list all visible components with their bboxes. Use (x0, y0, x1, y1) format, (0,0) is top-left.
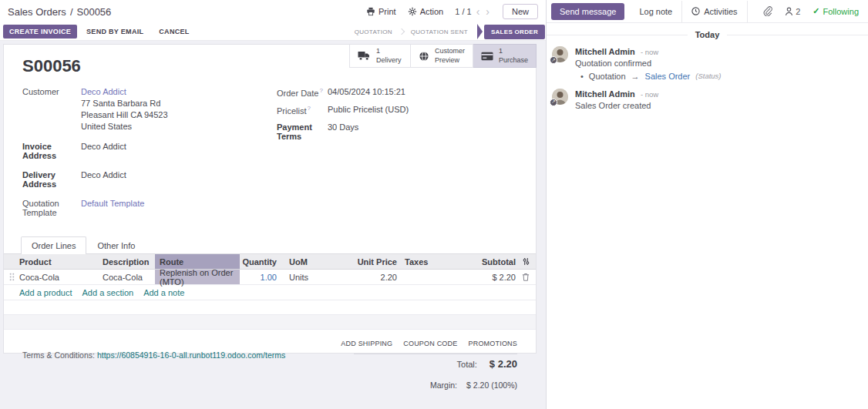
date-separator: Today (547, 23, 868, 43)
customer-link[interactable]: Deco Addict (81, 87, 126, 96)
help-marker: ? (308, 105, 311, 112)
note-badge-icon: ↗ (550, 99, 557, 106)
status-step-quotation-sent[interactable]: QUOTATION SENT (405, 28, 474, 35)
delivery-address-value[interactable]: Deco Addict (81, 169, 126, 189)
cell-route-highlighted: Replenish on Order (MTO) (155, 270, 240, 284)
total-label: Total: (457, 360, 477, 369)
header-quantity: Quantity (240, 254, 277, 269)
notebook: Order Lines Other Info Product Descripti… (4, 236, 536, 330)
order-date-label: Order Date? (277, 86, 328, 98)
empty-table-row (4, 315, 536, 330)
pager-next-icon[interactable]: › (484, 6, 491, 17)
add-shipping-button[interactable]: ADD SHIPPING (341, 340, 392, 347)
pager-previous-icon[interactable]: ‹ (475, 6, 482, 17)
field-quotation-template: Quotation Template Default Template (22, 198, 277, 217)
clock-icon (691, 7, 700, 15)
status-step-quotation[interactable]: QUOTATION (348, 28, 399, 35)
statusbar: QUOTATION QUOTATION SENT SALES ORDER (348, 23, 545, 40)
drag-handle-icon[interactable] (4, 270, 19, 284)
breadcrumb-current: S00056 (77, 6, 112, 18)
control-panel: Sales Orders / S00056 Print (0, 0, 546, 41)
following-button[interactable]: ✓ Following (812, 6, 859, 16)
add-a-note-link[interactable]: Add a note (143, 288, 184, 297)
odoo-sales-order-screen: Sales Orders / S00056 Print (0, 0, 868, 409)
purchase-count: 1 (499, 47, 528, 56)
order-line-row[interactable]: Coca-Cola Coca-Cola Replenish on Order (… (4, 270, 536, 285)
tracking-old-value: Quotation (589, 72, 626, 81)
notebook-tabs: Order Lines Other Info (4, 236, 536, 253)
optional-columns-icon[interactable] (516, 254, 536, 269)
avatar[interactable]: ↗ (552, 46, 568, 62)
margin-label: Margin: (430, 381, 457, 390)
header-unit-price: Unit Price (325, 254, 397, 269)
quotation-template-link[interactable]: Default Template (81, 198, 144, 217)
action-button[interactable]: Action (408, 7, 444, 16)
breadcrumb-separator: / (70, 6, 73, 18)
cancel-button[interactable]: CANCEL (153, 25, 195, 39)
order-date-value[interactable]: 04/05/2024 10:15:21 (328, 86, 405, 98)
header-product: Product (19, 254, 103, 269)
form-sheet: 1 Delivery Customer Preview (3, 44, 537, 354)
create-invoice-button[interactable]: CREATE INVOICE (3, 25, 77, 39)
followers-button[interactable]: 2 (785, 7, 800, 16)
help-marker: ? (319, 87, 322, 94)
pager-value: 1 / 1 (455, 7, 471, 16)
header-route-highlighted: Route (155, 254, 240, 269)
order-lines-header-row: Product Description Route Quantity UoM U… (4, 254, 536, 270)
avatar[interactable]: ↗ (552, 89, 568, 105)
delivery-smart-button[interactable]: 1 Delivery (349, 44, 411, 68)
margin-row: Margin: $ 2.20 (100%) (430, 381, 517, 390)
message-time: - now (641, 48, 658, 56)
promotions-button[interactable]: PROMOTIONS (468, 340, 517, 347)
message-body: Quotation confirmed (575, 58, 857, 69)
sheet-footer: Terms & Conditions: https://60854916-16-… (4, 330, 536, 390)
coupon-code-button[interactable]: COUPON CODE (403, 340, 457, 347)
print-button[interactable]: Print (366, 7, 396, 16)
field-customer: Customer Deco Addict 77 Santa Barbara Rd… (22, 86, 277, 132)
status-step-sales-order-active[interactable]: SALES ORDER (484, 25, 545, 39)
invoice-address-label: Invoice Address (22, 141, 81, 160)
pricelist-value[interactable]: Public Pricelist (USD) (328, 104, 409, 116)
print-icon (366, 7, 375, 16)
field-invoice-address: Invoice Address Deco Addict (22, 141, 277, 160)
add-line-row: Add a product Add a section Add a note (4, 285, 536, 300)
activities-button[interactable]: Activities (682, 1, 747, 22)
form-panel: Sales Orders / S00056 Print (0, 0, 546, 409)
delete-line-trash-icon[interactable] (516, 270, 536, 284)
payment-terms-label: Payment Terms (277, 122, 328, 141)
cell-quantity[interactable]: 1.00 (261, 273, 277, 282)
customer-preview-smart-button[interactable]: Customer Preview (411, 44, 473, 68)
field-group-left: Customer Deco Addict 77 Santa Barbara Rd… (22, 86, 277, 226)
cell-uom: Units (277, 270, 325, 284)
field-group-right: Order Date? 04/05/2024 10:15:21 Pricelis… (277, 86, 517, 226)
breadcrumb-sales-orders[interactable]: Sales Orders (8, 6, 66, 18)
tab-order-lines[interactable]: Order Lines (21, 236, 86, 254)
total-row: Total: $ 2.20 (457, 358, 517, 370)
field-order-date: Order Date? 04/05/2024 10:15:21 (277, 86, 517, 98)
send-message-button[interactable]: Send message (551, 3, 624, 20)
header-description: Description (103, 254, 155, 269)
customer-address-line2: Pleasant Hill CA 94523 (81, 110, 168, 119)
purchase-label: Purchase (499, 56, 528, 65)
tracking-new-value-link[interactable]: Sales Order (645, 72, 691, 81)
header-taxes: Taxes (397, 254, 465, 269)
cell-unit-price: 2.20 (325, 270, 397, 284)
control-panel-button-row: CREATE INVOICE SEND BY EMAIL CANCEL QUOT… (0, 23, 546, 41)
customer-label: Customer (22, 86, 81, 132)
send-by-email-button[interactable]: SEND BY EMAIL (80, 25, 150, 39)
chatter-message: ↗ Mitchell Admin - now Quotation confirm… (547, 43, 868, 85)
note-badge-icon: ↗ (550, 56, 557, 64)
status-arrow-icon (477, 24, 483, 39)
purchase-smart-button[interactable]: 1 Purchase (473, 44, 537, 68)
cell-description: Coca-Cola (103, 270, 155, 284)
add-a-section-link[interactable]: Add a section (82, 288, 134, 297)
payment-terms-value[interactable]: 30 Days (328, 122, 358, 141)
paperclip-icon[interactable] (762, 6, 772, 16)
log-note-button[interactable]: Log note (630, 1, 682, 22)
terms-url-link[interactable]: https://60854916-16-0-all.runbot119.odoo… (97, 350, 285, 360)
add-a-product-link[interactable]: Add a product (19, 288, 72, 297)
new-button[interactable]: New (503, 4, 538, 19)
invoice-address-value[interactable]: Deco Addict (81, 141, 126, 160)
tab-other-info[interactable]: Other Info (86, 236, 146, 253)
chatter-tools: 2 ✓ Following (762, 6, 859, 16)
